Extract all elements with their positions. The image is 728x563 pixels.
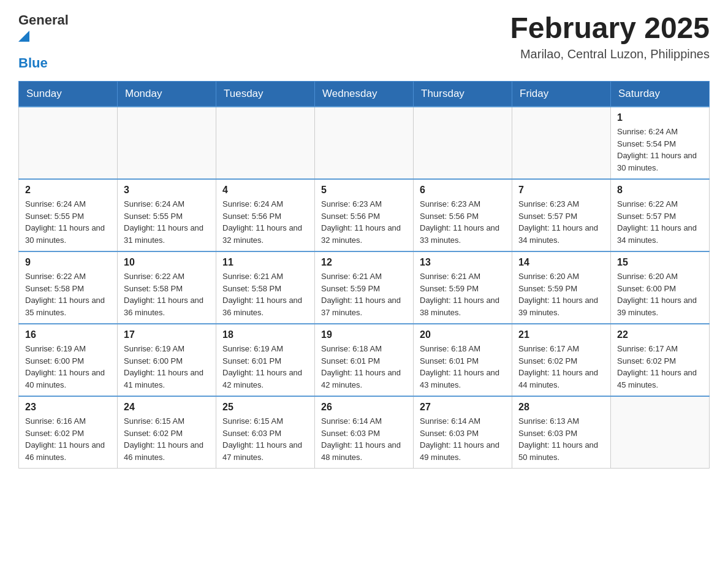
day-info: Sunrise: 6:19 AMSunset: 6:01 PMDaylight:… [222, 343, 308, 391]
day-number: 12 [321, 257, 407, 268]
day-number: 15 [617, 257, 703, 268]
day-number: 1 [617, 112, 703, 123]
day-number: 4 [222, 185, 308, 196]
calendar-cell: 18Sunrise: 6:19 AMSunset: 6:01 PMDayligh… [216, 324, 315, 396]
day-of-week-header: Thursday [414, 82, 512, 107]
calendar-cell: 3Sunrise: 6:24 AMSunset: 5:55 PMDaylight… [118, 179, 216, 251]
calendar-cell [414, 107, 512, 179]
day-number: 11 [222, 257, 308, 268]
day-number: 25 [222, 402, 308, 413]
calendar-cell: 17Sunrise: 6:19 AMSunset: 6:00 PMDayligh… [118, 324, 216, 396]
calendar-cell: 19Sunrise: 6:18 AMSunset: 6:01 PMDayligh… [315, 324, 414, 396]
calendar-cell: 5Sunrise: 6:23 AMSunset: 5:56 PMDaylight… [315, 179, 414, 251]
calendar-week-row: 2Sunrise: 6:24 AMSunset: 5:55 PMDaylight… [19, 179, 710, 251]
day-number: 7 [518, 185, 604, 196]
day-info: Sunrise: 6:14 AMSunset: 6:03 PMDaylight:… [420, 415, 506, 463]
calendar-cell [118, 107, 216, 179]
day-of-week-header: Saturday [611, 82, 710, 107]
day-of-week-header: Monday [118, 82, 216, 107]
day-info: Sunrise: 6:24 AMSunset: 5:56 PMDaylight:… [222, 198, 308, 246]
calendar-cell: 16Sunrise: 6:19 AMSunset: 6:00 PMDayligh… [19, 324, 118, 396]
day-info: Sunrise: 6:18 AMSunset: 6:01 PMDaylight:… [420, 343, 506, 391]
day-number: 20 [420, 329, 506, 340]
day-of-week-header: Tuesday [216, 82, 315, 107]
day-number: 5 [321, 185, 407, 196]
calendar-cell: 2Sunrise: 6:24 AMSunset: 5:55 PMDaylight… [19, 179, 118, 251]
day-number: 2 [25, 185, 111, 196]
calendar-cell [611, 396, 710, 469]
day-number: 24 [124, 402, 210, 413]
calendar-week-row: 1Sunrise: 6:24 AMSunset: 5:54 PMDaylight… [19, 107, 710, 179]
calendar-cell: 6Sunrise: 6:23 AMSunset: 5:56 PMDaylight… [414, 179, 512, 251]
calendar-cell [216, 107, 315, 179]
day-number: 3 [124, 185, 210, 196]
calendar-cell: 20Sunrise: 6:18 AMSunset: 6:01 PMDayligh… [414, 324, 512, 396]
day-info: Sunrise: 6:23 AMSunset: 5:57 PMDaylight:… [518, 198, 604, 246]
day-info: Sunrise: 6:14 AMSunset: 6:03 PMDaylight:… [321, 415, 407, 463]
day-info: Sunrise: 6:18 AMSunset: 6:01 PMDaylight:… [321, 343, 407, 391]
day-info: Sunrise: 6:17 AMSunset: 6:02 PMDaylight:… [518, 343, 604, 391]
day-number: 17 [124, 329, 210, 340]
day-of-week-header: Friday [512, 82, 611, 107]
calendar-cell: 24Sunrise: 6:15 AMSunset: 6:02 PMDayligh… [118, 396, 216, 469]
day-number: 9 [25, 257, 111, 268]
day-info: Sunrise: 6:22 AMSunset: 5:57 PMDaylight:… [617, 198, 703, 246]
day-info: Sunrise: 6:21 AMSunset: 5:58 PMDaylight:… [222, 270, 308, 318]
day-number: 19 [321, 329, 407, 340]
day-info: Sunrise: 6:24 AMSunset: 5:54 PMDaylight:… [617, 126, 703, 174]
day-info: Sunrise: 6:21 AMSunset: 5:59 PMDaylight:… [321, 270, 407, 318]
day-number: 26 [321, 402, 407, 413]
calendar-cell: 27Sunrise: 6:14 AMSunset: 6:03 PMDayligh… [414, 396, 512, 469]
calendar-cell: 15Sunrise: 6:20 AMSunset: 6:00 PMDayligh… [611, 251, 710, 324]
day-info: Sunrise: 6:21 AMSunset: 5:59 PMDaylight:… [420, 270, 506, 318]
day-number: 23 [25, 402, 111, 413]
day-number: 14 [518, 257, 604, 268]
day-number: 16 [25, 329, 111, 340]
day-number: 28 [518, 402, 604, 413]
calendar-cell: 1Sunrise: 6:24 AMSunset: 5:54 PMDaylight… [611, 107, 710, 179]
calendar-cell: 28Sunrise: 6:13 AMSunset: 6:03 PMDayligh… [512, 396, 611, 469]
day-info: Sunrise: 6:23 AMSunset: 5:56 PMDaylight:… [321, 198, 407, 246]
day-info: Sunrise: 6:24 AMSunset: 5:55 PMDaylight:… [124, 198, 210, 246]
svg-marker-0 [18, 31, 29, 42]
day-number: 10 [124, 257, 210, 268]
day-number: 8 [617, 185, 703, 196]
calendar-cell: 14Sunrise: 6:20 AMSunset: 5:59 PMDayligh… [512, 251, 611, 324]
day-number: 21 [518, 329, 604, 340]
calendar-cell: 4Sunrise: 6:24 AMSunset: 5:56 PMDaylight… [216, 179, 315, 251]
calendar-header-row: SundayMondayTuesdayWednesdayThursdayFrid… [19, 82, 710, 107]
calendar-cell: 22Sunrise: 6:17 AMSunset: 6:02 PMDayligh… [611, 324, 710, 396]
day-info: Sunrise: 6:16 AMSunset: 6:02 PMDaylight:… [25, 415, 111, 463]
day-number: 18 [222, 329, 308, 340]
month-year-title: February 2025 [510, 12, 710, 45]
location-subtitle: Marilao, Central Luzon, Philippines [510, 47, 710, 61]
calendar-cell [19, 107, 118, 179]
logo: General Blue [18, 12, 69, 71]
title-block: February 2025 Marilao, Central Luzon, Ph… [510, 12, 710, 61]
calendar-cell: 23Sunrise: 6:16 AMSunset: 6:02 PMDayligh… [19, 396, 118, 469]
day-info: Sunrise: 6:22 AMSunset: 5:58 PMDaylight:… [124, 270, 210, 318]
calendar-week-row: 16Sunrise: 6:19 AMSunset: 6:00 PMDayligh… [19, 324, 710, 396]
calendar-cell [315, 107, 414, 179]
day-info: Sunrise: 6:19 AMSunset: 6:00 PMDaylight:… [25, 343, 111, 391]
day-of-week-header: Sunday [19, 82, 118, 107]
calendar-cell: 21Sunrise: 6:17 AMSunset: 6:02 PMDayligh… [512, 324, 611, 396]
calendar-week-row: 9Sunrise: 6:22 AMSunset: 5:58 PMDaylight… [19, 251, 710, 324]
calendar-cell: 13Sunrise: 6:21 AMSunset: 5:59 PMDayligh… [414, 251, 512, 324]
day-of-week-header: Wednesday [315, 82, 414, 107]
day-info: Sunrise: 6:15 AMSunset: 6:02 PMDaylight:… [124, 415, 210, 463]
day-info: Sunrise: 6:19 AMSunset: 6:00 PMDaylight:… [124, 343, 210, 391]
calendar-week-row: 23Sunrise: 6:16 AMSunset: 6:02 PMDayligh… [19, 396, 710, 469]
logo-triangle-icon [18, 28, 29, 42]
logo-general: General [18, 12, 69, 28]
day-info: Sunrise: 6:15 AMSunset: 6:03 PMDaylight:… [222, 415, 308, 463]
calendar-cell: 8Sunrise: 6:22 AMSunset: 5:57 PMDaylight… [611, 179, 710, 251]
calendar-cell [512, 107, 611, 179]
day-info: Sunrise: 6:20 AMSunset: 6:00 PMDaylight:… [617, 270, 703, 318]
calendar-cell: 26Sunrise: 6:14 AMSunset: 6:03 PMDayligh… [315, 396, 414, 469]
calendar-cell: 12Sunrise: 6:21 AMSunset: 5:59 PMDayligh… [315, 251, 414, 324]
calendar-cell: 7Sunrise: 6:23 AMSunset: 5:57 PMDaylight… [512, 179, 611, 251]
logo-blue: Blue [18, 55, 48, 71]
day-info: Sunrise: 6:24 AMSunset: 5:55 PMDaylight:… [25, 198, 111, 246]
day-number: 22 [617, 329, 703, 340]
